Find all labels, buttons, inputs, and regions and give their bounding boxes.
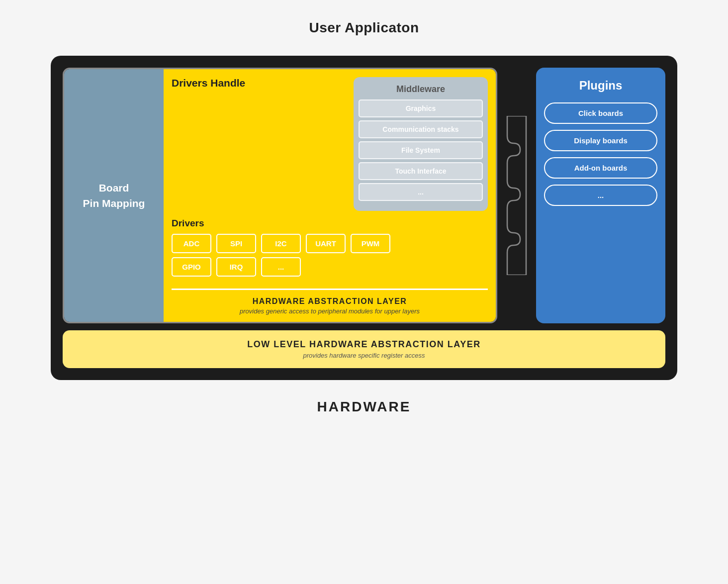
driver-btn-pwm: PWM bbox=[351, 234, 390, 253]
board-pin-text: Board Pin Mapping bbox=[83, 180, 145, 211]
driver-btn-uart: UART bbox=[306, 234, 346, 253]
drivers-area: Drivers ADC SPI I2C UART PWM GPIO IRQ ..… bbox=[172, 211, 488, 289]
hal-section: HARDWARE ABSTRACTION LAYER provides gene… bbox=[172, 289, 488, 322]
wavy-connector bbox=[506, 68, 527, 323]
llhal-title: LOW LEVEL HARDWARE ABSTRACTION LAYER bbox=[72, 339, 656, 350]
mw-item-3: Touch Interface bbox=[359, 162, 483, 180]
main-box: Board Pin Mapping Drivers Handle Middlew… bbox=[63, 68, 497, 323]
wavy-svg bbox=[506, 116, 527, 275]
drivers-handle-area: Drivers Handle bbox=[172, 77, 348, 211]
llhal-subtitle: provides hardware specific register acce… bbox=[72, 352, 656, 359]
board-line1: Board bbox=[99, 182, 129, 194]
drivers-label: Drivers bbox=[172, 218, 488, 229]
mw-item-1: Communication stacks bbox=[359, 120, 483, 138]
hal-title: HARDWARE ABSTRACTION LAYER bbox=[180, 297, 480, 306]
hal-subtitle: provides generic access to peripheral mo… bbox=[180, 307, 480, 315]
plugins-panel: Plugins Click boards Display boards Add-… bbox=[536, 68, 665, 323]
plugin-item-0: Click boards bbox=[544, 102, 657, 124]
llhal-section: LOW LEVEL HARDWARE ABSTRACTION LAYER pro… bbox=[63, 330, 665, 368]
driver-btn-gpio: GPIO bbox=[172, 257, 211, 277]
drivers-handle-title: Drivers Handle bbox=[172, 77, 348, 89]
plugin-item-3: ... bbox=[544, 185, 657, 206]
plugin-item-1: Display boards bbox=[544, 130, 657, 151]
driver-btn-i2c: I2C bbox=[261, 234, 301, 253]
main-diagram: Board Pin Mapping Drivers Handle Middlew… bbox=[51, 56, 677, 380]
yellow-column: Drivers Handle Middleware Graphics Commu… bbox=[164, 69, 496, 322]
board-pin-section: Board Pin Mapping bbox=[64, 69, 164, 322]
middleware-title: Middleware bbox=[359, 84, 483, 95]
middleware-panel: Middleware Graphics Communication stacks… bbox=[354, 77, 488, 211]
driver-btn-dots: ... bbox=[261, 257, 301, 277]
content-row: Board Pin Mapping Drivers Handle Middlew… bbox=[63, 68, 665, 323]
top-section: Board Pin Mapping Drivers Handle Middlew… bbox=[64, 69, 496, 322]
driver-btn-spi: SPI bbox=[216, 234, 256, 253]
board-line2: Pin Mapping bbox=[83, 197, 145, 209]
driver-buttons-row2: GPIO IRQ ... bbox=[172, 257, 488, 277]
plugin-item-2: Add-on boards bbox=[544, 157, 657, 179]
page-title: User Applicaton bbox=[309, 20, 419, 36]
mw-item-2: File System bbox=[359, 141, 483, 159]
driver-buttons-row1: ADC SPI I2C UART PWM bbox=[172, 234, 488, 253]
plugins-title: Plugins bbox=[579, 79, 623, 93]
dh-mw-row: Drivers Handle Middleware Graphics Commu… bbox=[172, 77, 488, 211]
driver-btn-adc: ADC bbox=[172, 234, 211, 253]
mw-item-4: ... bbox=[359, 183, 483, 201]
driver-btn-irq: IRQ bbox=[216, 257, 256, 277]
hardware-label: HARDWARE bbox=[317, 399, 411, 415]
mw-item-0: Graphics bbox=[359, 99, 483, 117]
